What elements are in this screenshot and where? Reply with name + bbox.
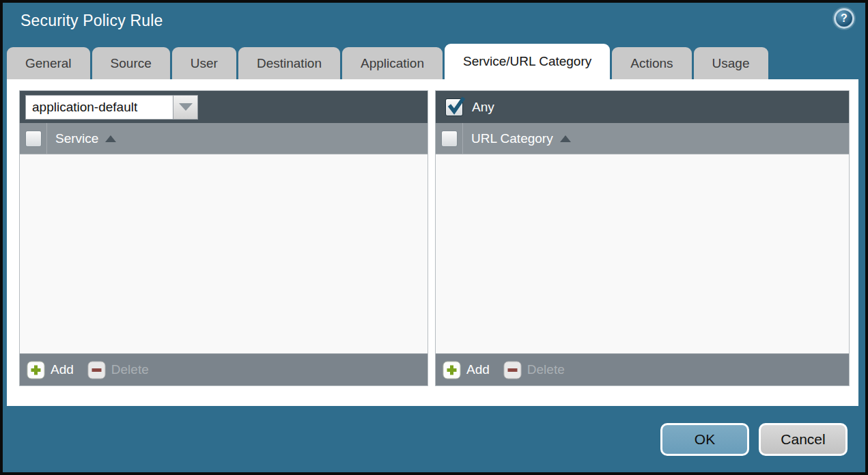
- title-bar: Security Policy Rule ?: [3, 3, 865, 45]
- service-type-input[interactable]: [25, 95, 173, 120]
- checkmark-icon: [445, 94, 468, 118]
- cancel-button[interactable]: Cancel: [759, 423, 848, 456]
- url-category-delete-button[interactable]: Delete: [503, 361, 565, 379]
- service-type-dropdown: [25, 95, 198, 120]
- dialog-action-buttons: OK Cancel: [660, 423, 848, 456]
- dialog-frame: Security Policy Rule ? General Source Us…: [3, 3, 865, 472]
- security-policy-rule-dialog: Security Policy Rule ? General Source Us…: [0, 0, 868, 475]
- sort-ascending-icon: [105, 135, 116, 142]
- url-category-select-all-checkbox[interactable]: [441, 131, 458, 147]
- service-delete-button[interactable]: Delete: [87, 361, 149, 379]
- url-category-list: [436, 154, 849, 353]
- tab-source[interactable]: Source: [92, 47, 170, 79]
- url-category-add-button[interactable]: Add: [443, 361, 490, 379]
- help-icon[interactable]: ?: [834, 8, 854, 29]
- any-row: Any: [440, 98, 494, 116]
- minus-icon: [503, 361, 522, 379]
- service-select-all-cell: [20, 123, 47, 154]
- plus-icon: [443, 361, 461, 379]
- help-glyph: ?: [841, 12, 848, 25]
- url-category-select-all-cell: [436, 123, 463, 154]
- dialog-title: Security Policy Rule: [20, 12, 163, 30]
- url-category-footer-bar: Add Delete: [436, 353, 849, 385]
- url-category-table-header: URL Category: [436, 123, 849, 154]
- tab-actions[interactable]: Actions: [612, 47, 691, 79]
- tab-general[interactable]: General: [7, 47, 90, 79]
- tab-service-url-category[interactable]: Service/URL Category: [445, 44, 610, 79]
- sort-ascending-icon: [560, 135, 571, 142]
- url-category-toolbar: Any: [436, 91, 849, 123]
- tab-strip: General Source User Destination Applicat…: [7, 44, 861, 79]
- service-toolbar: [20, 91, 428, 123]
- tab-usage[interactable]: Usage: [694, 47, 768, 79]
- ok-button[interactable]: OK: [660, 423, 749, 456]
- service-column-header[interactable]: Service: [47, 123, 116, 154]
- minus-icon: [87, 361, 106, 379]
- service-add-button[interactable]: Add: [27, 361, 74, 379]
- tab-user[interactable]: User: [172, 47, 236, 79]
- tab-content-area: Service Add: [7, 79, 858, 406]
- plus-icon: [27, 361, 45, 379]
- service-panel: Service Add: [19, 90, 428, 386]
- service-select-all-checkbox[interactable]: [25, 131, 42, 147]
- any-label: Any: [472, 100, 494, 115]
- tab-application[interactable]: Application: [342, 47, 443, 79]
- service-footer-bar: Add Delete: [20, 353, 428, 385]
- url-category-column-header[interactable]: URL Category: [463, 123, 571, 154]
- url-category-panel: Any URL Category: [435, 90, 850, 386]
- any-checkbox[interactable]: [445, 98, 463, 116]
- service-list: [20, 154, 428, 353]
- service-type-dropdown-button[interactable]: [173, 95, 198, 120]
- tab-destination[interactable]: Destination: [238, 47, 340, 79]
- service-table-header: Service: [20, 123, 428, 154]
- chevron-down-icon: [179, 103, 193, 111]
